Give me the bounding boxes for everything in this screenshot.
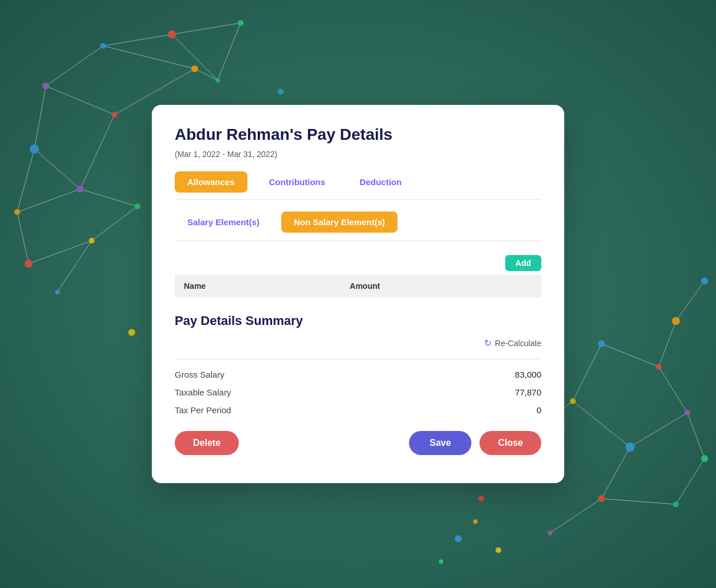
- svg-point-25: [30, 144, 39, 154]
- right-footer-buttons: Save Close: [409, 431, 541, 455]
- svg-point-24: [215, 78, 220, 83]
- svg-line-0: [46, 46, 103, 86]
- gross-salary-label: Gross Salary: [175, 370, 225, 379]
- svg-line-34: [573, 344, 601, 401]
- close-button[interactable]: Close: [479, 431, 541, 455]
- svg-line-42: [601, 499, 676, 504]
- svg-line-2: [46, 86, 115, 115]
- table-section: Add Name Amount: [175, 255, 541, 297]
- svg-point-58: [278, 89, 284, 95]
- svg-line-1: [34, 86, 46, 149]
- taxable-salary-label: Taxable Salary: [175, 387, 231, 397]
- svg-point-32: [55, 290, 60, 295]
- svg-point-23: [191, 65, 198, 72]
- svg-point-62: [439, 559, 443, 564]
- svg-line-33: [601, 344, 659, 367]
- svg-line-35: [659, 367, 687, 413]
- svg-line-14: [17, 212, 29, 264]
- svg-line-11: [195, 69, 218, 80]
- modal-container: Abdur Rehman's Pay Details (Mar 1, 2022 …: [152, 105, 564, 483]
- svg-point-29: [135, 203, 140, 209]
- svg-point-52: [570, 398, 576, 404]
- svg-point-48: [672, 317, 680, 325]
- table-header-row: Name Amount: [175, 275, 541, 297]
- svg-point-31: [89, 238, 95, 244]
- col-name: Name: [175, 275, 341, 297]
- svg-point-27: [14, 209, 20, 215]
- svg-point-54: [673, 501, 679, 507]
- svg-line-38: [687, 413, 705, 458]
- svg-line-18: [57, 241, 92, 292]
- svg-line-10: [80, 115, 115, 189]
- svg-line-6: [172, 23, 241, 34]
- svg-line-45: [676, 281, 705, 321]
- svg-line-16: [29, 241, 92, 264]
- svg-point-50: [701, 455, 708, 462]
- svg-point-59: [455, 535, 462, 542]
- svg-line-13: [17, 189, 80, 212]
- svg-point-57: [701, 277, 708, 284]
- tax-per-period-value: 0: [537, 405, 541, 415]
- svg-line-37: [630, 413, 687, 447]
- svg-line-41: [676, 458, 705, 504]
- svg-point-47: [656, 364, 662, 370]
- summary-divider: [175, 359, 541, 359]
- svg-line-12: [218, 23, 241, 80]
- svg-line-40: [601, 447, 630, 499]
- svg-line-8: [17, 149, 34, 212]
- svg-point-61: [495, 547, 501, 553]
- svg-point-63: [478, 496, 484, 501]
- svg-line-36: [659, 321, 676, 367]
- svg-point-64: [128, 329, 135, 336]
- recalculate-label: Re-Calculate: [495, 339, 541, 348]
- add-button[interactable]: Add: [505, 255, 541, 271]
- summary-taxable-salary: Taxable Salary 77,870: [175, 387, 541, 397]
- svg-point-22: [238, 20, 243, 26]
- add-btn-row: Add: [175, 255, 541, 271]
- sub-tab-salary-element[interactable]: Salary Element(s): [175, 211, 272, 233]
- col-amount: Amount: [341, 275, 541, 297]
- svg-line-43: [550, 499, 601, 533]
- svg-line-17: [92, 206, 137, 241]
- footer-buttons: Delete Save Close: [175, 425, 541, 455]
- svg-point-51: [625, 442, 635, 452]
- svg-line-39: [573, 401, 630, 447]
- svg-point-30: [25, 260, 33, 268]
- gross-salary-value: 83,000: [515, 370, 541, 379]
- tax-per-period-label: Tax Per Period: [175, 405, 231, 415]
- svg-point-26: [112, 112, 117, 117]
- svg-point-46: [598, 340, 605, 347]
- recalculate-button[interactable]: ↻ Re-Calculate: [484, 338, 541, 348]
- date-range: (Mar 1, 2022 - Mar 31, 2022): [175, 150, 541, 159]
- svg-point-49: [684, 410, 690, 415]
- summary-title: Pay Details Summary: [175, 313, 541, 328]
- tab-deduction[interactable]: Deduction: [347, 171, 414, 193]
- sub-tab-non-salary-element[interactable]: Non Salary Element(s): [281, 211, 398, 233]
- svg-line-7: [34, 149, 80, 189]
- svg-point-55: [548, 531, 552, 535]
- svg-line-15: [80, 189, 137, 206]
- delete-button[interactable]: Delete: [175, 431, 239, 455]
- tab-allowances[interactable]: Allowances: [175, 171, 247, 193]
- main-tabs: Allowances Contributions Deduction: [175, 171, 541, 200]
- svg-point-28: [77, 186, 84, 193]
- sub-tabs: Salary Element(s) Non Salary Element(s): [175, 211, 541, 241]
- svg-line-3: [103, 34, 172, 46]
- tab-contributions[interactable]: Contributions: [257, 171, 338, 193]
- svg-point-19: [42, 83, 49, 89]
- svg-line-5: [172, 34, 218, 80]
- svg-point-60: [473, 519, 478, 524]
- svg-point-53: [598, 495, 605, 502]
- svg-point-21: [168, 30, 176, 38]
- modal-title: Abdur Rehman's Pay Details: [175, 126, 541, 144]
- svg-line-4: [103, 46, 195, 69]
- summary-gross-salary: Gross Salary 83,000: [175, 370, 541, 379]
- summary-tax-per-period: Tax Per Period 0: [175, 405, 541, 415]
- svg-point-20: [100, 43, 106, 49]
- save-button[interactable]: Save: [409, 431, 471, 455]
- recalculate-icon: ↻: [484, 338, 491, 348]
- recalculate-row: ↻ Re-Calculate: [175, 338, 541, 348]
- taxable-salary-value: 77,870: [515, 387, 541, 397]
- data-table: Name Amount: [175, 275, 541, 297]
